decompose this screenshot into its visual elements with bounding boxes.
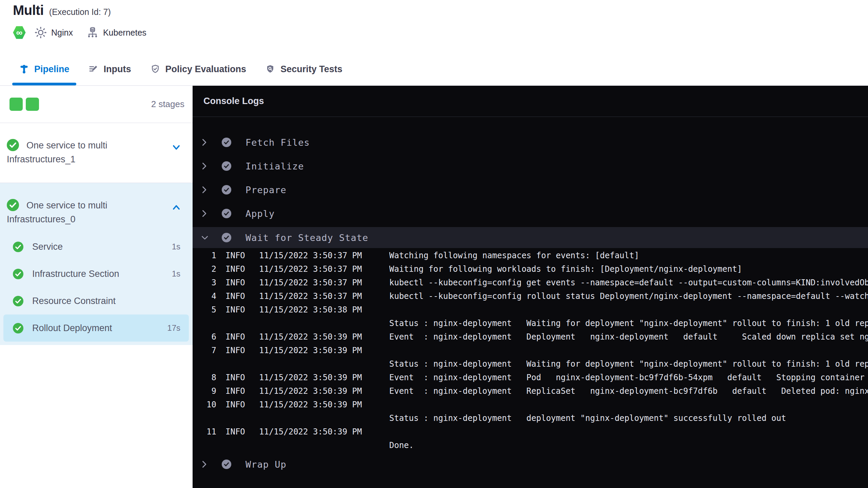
log-line-number: 4	[193, 289, 218, 303]
chevron-right-icon[interactable]	[201, 162, 209, 170]
log-level: INFO	[218, 371, 259, 384]
console-step-fetch-files[interactable]: Fetch Files	[193, 130, 868, 154]
log-line-number: 11	[193, 425, 218, 439]
stage-status-square[interactable]	[26, 98, 39, 111]
execution-id: (Execution Id: 7)	[49, 7, 111, 17]
success-check-icon	[13, 296, 23, 306]
stage-name-label: One service to multi Infrastructures_1	[7, 140, 107, 164]
log-message: kubectl --kubeconfig=config get events -…	[389, 276, 868, 289]
log-message: Status : nginx-deployment Waiting for de…	[389, 357, 868, 371]
log-level: INFO	[218, 344, 259, 357]
service-chip-nginx[interactable]: Nginx	[35, 26, 73, 39]
console-logs-title: Console Logs	[203, 96, 264, 106]
step-item-infrastructure-section[interactable]: Infrastructure Section 1s	[3, 260, 189, 287]
log-level: INFO	[218, 303, 259, 317]
harness-cd-icon: ∞	[13, 26, 26, 39]
log-lines: 1 INFO 11/15/2022 3:50:37 PM Watching fo…	[193, 248, 868, 452]
log-line: 3 INFO 11/15/2022 3:50:37 PM kubectl --k…	[193, 276, 868, 289]
chevron-down-icon[interactable]	[172, 143, 181, 153]
chevron-right-icon[interactable]	[201, 186, 209, 194]
log-level: INFO	[218, 276, 259, 289]
console-logs-panel: Console Logs Fetch Files Initializ	[193, 86, 868, 488]
stage-item-infrastructures-0[interactable]: One service to multi Infrastructures_0	[0, 183, 193, 231]
success-check-icon	[221, 137, 232, 147]
log-line-number: 2	[193, 262, 218, 276]
console-step-initialize[interactable]: Initialize	[193, 154, 868, 178]
step-item-service[interactable]: Service 1s	[3, 233, 189, 260]
policy-shield-check-icon	[150, 64, 160, 74]
log-message	[389, 303, 868, 317]
log-line-number: 7	[193, 344, 218, 357]
log-level: INFO	[218, 398, 259, 411]
tab-policy-evaluations[interactable]: Policy Evaluations	[150, 53, 246, 85]
log-level	[218, 357, 259, 371]
console-step-label: Wait for Steady State	[245, 232, 368, 243]
step-item-rollout-deployment[interactable]: Rollout Deployment 17s	[3, 314, 189, 342]
infrastructure-name-label: Kubernetes	[103, 28, 146, 38]
log-timestamp	[259, 411, 389, 425]
header-meta-row: ∞	[13, 26, 160, 39]
chevron-down-icon[interactable]	[201, 235, 209, 241]
console-step-wait-for-steady-state[interactable]: Wait for Steady State	[193, 227, 868, 248]
console-step-label: Fetch Files	[245, 137, 310, 148]
chevron-up-icon[interactable]	[172, 203, 181, 213]
log-line: 2 INFO 11/15/2022 3:50:37 PM Waiting for…	[193, 262, 868, 276]
log-level	[218, 411, 259, 425]
chevron-right-icon[interactable]	[201, 138, 209, 146]
log-line-number: 3	[193, 276, 218, 289]
log-line-continuation: Status : nginx-deployment Waiting for de…	[193, 317, 868, 330]
infrastructure-chip-kubernetes[interactable]: Kubernetes	[86, 26, 146, 39]
log-level: INFO	[218, 425, 259, 439]
log-line: 5 INFO 11/15/2022 3:50:38 PM	[193, 303, 868, 317]
tab-label: Inputs	[104, 64, 131, 75]
tab-bar: Pipeline Inputs	[19, 53, 342, 85]
log-line: 7 INFO 11/15/2022 3:50:39 PM	[193, 344, 868, 357]
log-level: INFO	[218, 384, 259, 398]
inputs-edit-icon	[88, 64, 99, 74]
log-timestamp: 11/15/2022 3:50:39 PM	[259, 371, 389, 384]
console-step-label: Initialize	[245, 161, 304, 171]
step-duration: 17s	[167, 323, 180, 333]
log-line: 9 INFO 11/15/2022 3:50:39 PM Event : ngi…	[193, 384, 868, 398]
stage-status-square[interactable]	[9, 98, 23, 111]
console-step-apply[interactable]: Apply	[193, 202, 868, 225]
log-message: Status : nginx-deployment Waiting for de…	[389, 317, 868, 330]
pipeline-execution-screen: Multi (Execution Id: 7) ∞	[0, 0, 868, 488]
chevron-right-icon[interactable]	[201, 460, 209, 468]
success-check-icon	[7, 139, 19, 151]
console-step-prepare[interactable]: Prepare	[193, 178, 868, 202]
step-duration: 1s	[172, 269, 180, 279]
kubernetes-cluster-icon	[86, 26, 99, 39]
success-check-icon	[221, 208, 232, 219]
stages-sidebar: 2 stages One service to multi Infrastruc…	[0, 86, 193, 488]
chevron-right-icon[interactable]	[201, 209, 209, 218]
log-message: Watching following namespaces for events…	[389, 249, 868, 262]
success-check-icon	[13, 242, 23, 252]
stage-item-infrastructures-1[interactable]: One service to multi Infrastructures_1	[0, 123, 193, 183]
log-line-number: 8	[193, 371, 218, 384]
console-step-wrap-up[interactable]: Wrap Up	[193, 452, 868, 476]
tab-label: Policy Evaluations	[165, 64, 246, 75]
tab-security-tests[interactable]: Security Tests	[265, 53, 342, 85]
tab-pipeline[interactable]: Pipeline	[19, 53, 70, 85]
log-line-number	[193, 439, 218, 452]
log-timestamp: 11/15/2022 3:50:39 PM	[259, 344, 389, 357]
log-timestamp: 11/15/2022 3:50:39 PM	[259, 425, 389, 439]
log-line-continuation: Status : nginx-deployment deployment "ng…	[193, 411, 868, 425]
console-logs-header: Console Logs	[193, 86, 868, 117]
log-line-number: 9	[193, 384, 218, 398]
log-message: Done.	[389, 439, 868, 452]
title-row: Multi (Execution Id: 7)	[13, 3, 111, 18]
success-check-icon	[13, 269, 23, 279]
log-timestamp: 11/15/2022 3:50:37 PM	[259, 276, 389, 289]
tab-inputs[interactable]: Inputs	[88, 53, 131, 85]
log-level: INFO	[218, 289, 259, 303]
step-item-resource-constraint[interactable]: Resource Constraint	[3, 287, 189, 314]
log-line-continuation: Status : nginx-deployment Waiting for de…	[193, 357, 868, 371]
log-message	[389, 344, 868, 357]
log-line-number	[193, 411, 218, 425]
step-label: Resource Constraint	[32, 296, 116, 306]
log-line-number	[193, 317, 218, 330]
step-label: Service	[32, 242, 63, 252]
log-level	[218, 439, 259, 452]
